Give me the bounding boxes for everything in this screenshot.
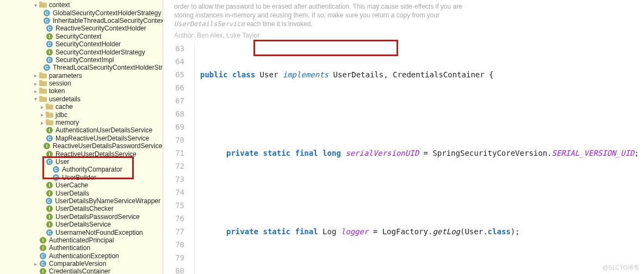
tree-node[interactable]: ▸session <box>0 80 163 87</box>
tree-node-label: SecurityContextImpl <box>55 56 114 64</box>
tree-node[interactable]: ▸CAuthenticationException <box>0 252 163 260</box>
chevron-right-icon[interactable]: ▸ <box>39 120 45 125</box>
tree-node[interactable]: ▾context <box>0 1 163 9</box>
tree-node-label: UserBuilder <box>62 174 96 181</box>
tree-node[interactable]: ▸CSecurityContextImpl <box>0 56 163 64</box>
tree-node-label: MapReactiveUserDetailsService <box>55 135 149 142</box>
class-icon: C <box>46 25 53 32</box>
tree-node[interactable]: ▸parameters <box>0 72 163 80</box>
tree-node[interactable]: ▸CUserBuilder <box>0 174 163 181</box>
chevron-right-icon[interactable]: ▸ <box>33 81 38 86</box>
code-area[interactable]: 63646566676869707172737475767778798081 p… <box>163 42 644 274</box>
tree-node[interactable]: ▸CSecurityContextHolder <box>0 40 163 48</box>
interface-icon: I <box>46 150 53 158</box>
tree-node[interactable]: ▸IUserDetailsService <box>0 221 163 228</box>
tree-node-label: UserDetailsChecker <box>55 205 114 212</box>
svg-text:I: I <box>46 143 48 149</box>
tree-node[interactable]: ▸CAuthorityComparator <box>0 166 163 173</box>
tree-node[interactable]: ▸CComparableVersion <box>0 260 163 267</box>
code-line[interactable]: private static final Log logger = LogFac… <box>200 225 639 238</box>
code-line[interactable] <box>200 186 639 199</box>
svg-rect-31 <box>46 119 49 121</box>
tree-node[interactable]: ▸ISecurityContextHolderStrategy <box>0 48 163 56</box>
code-editor[interactable]: order to allow the password to be erased… <box>163 0 644 274</box>
tree-node[interactable]: ▸CGlobalSecurityContextHolderStrategy <box>0 9 163 16</box>
chevron-right-icon[interactable]: ▸ <box>39 112 45 118</box>
project-tree-sidebar[interactable]: ▾context▸CGlobalSecurityContextHolderStr… <box>0 0 163 274</box>
tree-node-label: UserDetailsByNameServiceWrapper <box>55 197 160 205</box>
svg-text:I: I <box>42 238 44 243</box>
tree-node[interactable]: ▸CUserDetailsByNameServiceWrapper <box>0 197 163 205</box>
tree-node[interactable]: ▸IReactiveUserDetailsPasswordService <box>0 142 163 150</box>
chevron-down-icon[interactable]: ▾ <box>33 2 38 8</box>
line-number: 70 <box>163 133 184 147</box>
chevron-right-icon[interactable]: ▸ <box>33 261 38 266</box>
tree-node[interactable]: ▸IAuthenticatedPrincipal <box>0 236 163 244</box>
tree-node-label: User <box>55 158 69 166</box>
tree-node-label: Authentication <box>49 244 90 252</box>
chevron-down-icon[interactable]: ▾ <box>33 96 38 102</box>
tree-node[interactable]: ▸CReactiveSecurityContextHolder <box>0 25 163 32</box>
tree-node[interactable]: ▸IUserDetailsPasswordService <box>0 213 163 221</box>
tree-node[interactable]: ▸jdbc <box>0 111 163 118</box>
tree-node[interactable]: ▾userdetails <box>0 95 163 103</box>
javadoc-author: Author: Ben Alex, Luke Taylor <box>174 31 633 40</box>
class-icon: C <box>52 166 60 173</box>
code-line[interactable]: private static final long serialVersionU… <box>200 147 639 160</box>
interface-icon: I <box>46 33 53 40</box>
svg-rect-23 <box>39 88 42 90</box>
tree-node-label: memory <box>55 119 79 126</box>
svg-text:C: C <box>54 175 58 180</box>
folder-icon <box>39 95 47 103</box>
class-icon: C <box>45 197 53 205</box>
tree-node-label: AuthenticationUserDetailsService <box>55 126 152 134</box>
line-number: 69 <box>163 120 184 133</box>
interface-icon: I <box>43 142 51 150</box>
tree-node[interactable]: ▸token <box>0 87 163 95</box>
svg-rect-21 <box>39 80 42 82</box>
chevron-right-icon[interactable]: ▸ <box>33 73 38 78</box>
code-line[interactable] <box>200 264 639 274</box>
tree-node-label: cache <box>55 103 73 111</box>
code-line[interactable] <box>200 107 639 120</box>
class-icon: C <box>43 64 51 71</box>
tree-node-label: AuthorityComparator <box>62 166 122 173</box>
tree-node[interactable]: ▸CInheritableThreadLocalSecurityContextH… <box>0 17 163 25</box>
line-number: 74 <box>163 186 184 199</box>
folder-icon <box>39 1 47 9</box>
tree-node[interactable]: ▸IAuthenticationUserDetailsService <box>0 126 163 134</box>
chevron-right-icon[interactable]: ▸ <box>39 104 45 109</box>
code-body[interactable]: public class User implements UserDetails… <box>195 42 639 274</box>
tree-node-label: jdbc <box>55 111 67 119</box>
tree-node[interactable]: ▸IAuthentication <box>0 244 163 252</box>
tree-node-label: SecurityContextHolderStrategy <box>55 48 145 56</box>
tree-node[interactable]: ▸ICredentialsContainer <box>0 267 163 274</box>
tree-node[interactable]: ▸CThreadLocalSecurityContextHolderStrate… <box>0 64 163 71</box>
line-number: 65 <box>163 68 184 81</box>
svg-text:C: C <box>47 198 51 204</box>
tree-node[interactable]: ▸IUserCache <box>0 181 163 189</box>
line-number: 64 <box>163 55 184 68</box>
javadoc-line: order to allow the password to be erased… <box>174 2 633 11</box>
tree-node[interactable]: ▸IReactiveUserDetailsService <box>0 150 163 157</box>
class-icon: C <box>46 158 53 166</box>
chevron-right-icon[interactable]: ▸ <box>33 88 38 94</box>
tree-node[interactable]: ▸CUser <box>0 158 163 166</box>
line-number: 73 <box>163 173 184 186</box>
interface-icon: I <box>46 48 53 56</box>
tree-node[interactable]: ▸IUserDetails <box>0 189 163 197</box>
svg-text:I: I <box>49 151 51 157</box>
tree-node[interactable]: ▸ISecurityContext <box>0 33 163 40</box>
line-number: 79 <box>163 251 184 264</box>
interface-icon: I <box>46 181 53 189</box>
line-number-gutter: 63646566676869707172737475767778798081 <box>163 42 195 274</box>
code-line[interactable]: public class User implements UserDetails… <box>200 68 639 81</box>
line-number: 66 <box>163 81 184 94</box>
tree-node[interactable]: ▸CMapReactiveUserDetailsService <box>0 135 163 142</box>
tree-node[interactable]: ▸IUserDetailsChecker <box>0 205 163 212</box>
tree-node[interactable]: ▸CUsernameNotFoundException <box>0 228 163 236</box>
tree-node[interactable]: ▸memory <box>0 119 163 126</box>
tree-node-label: UserCache <box>55 181 88 189</box>
tree-node[interactable]: ▸cache <box>0 103 163 111</box>
class-icon: C <box>39 252 47 260</box>
